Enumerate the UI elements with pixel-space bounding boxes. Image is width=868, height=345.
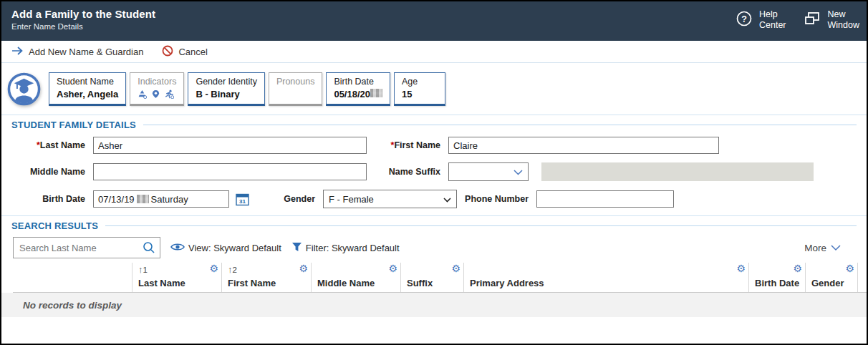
new-window-button[interactable]: New Window <box>804 9 859 31</box>
birth-date-input[interactable]: 07/13/19Saturday <box>93 190 229 208</box>
section-divider-line <box>105 225 857 226</box>
student-name-box[interactable]: Student Name Asher, Angela <box>49 72 126 106</box>
column-actions <box>13 263 132 292</box>
gender-value: F - Female <box>329 194 374 205</box>
chevron-down-icon <box>513 167 523 178</box>
section-divider-line <box>143 125 857 125</box>
new-window-label-line2: Window <box>828 20 859 31</box>
phone-number-input[interactable] <box>536 190 674 208</box>
no-records-message: No records to display <box>23 300 122 311</box>
gender-field-label: Gender <box>249 194 315 204</box>
cancel-button[interactable]: Cancel <box>162 45 207 59</box>
pronouns-label: Pronouns <box>276 77 315 87</box>
pronouns-box[interactable]: Pronouns <box>269 72 323 106</box>
new-window-label-line1: New <box>828 9 859 20</box>
column-primary-address[interactable]: ⚙ Primary Address <box>463 263 748 292</box>
help-label-line1: Help <box>759 9 786 20</box>
redacted-text <box>137 195 149 203</box>
more-button[interactable]: More <box>804 243 841 253</box>
cancel-icon <box>162 45 173 59</box>
phone-number-field-label: Phone Number <box>457 194 529 204</box>
name-suffix-dropdown[interactable] <box>448 162 529 181</box>
age-value: 15 <box>402 89 438 99</box>
filter-label: Filter: Skyward Default <box>306 243 400 253</box>
column-settings-gear-icon[interactable]: ⚙ <box>209 263 218 273</box>
search-icon[interactable] <box>143 241 155 257</box>
accommodations-indicator-icon <box>138 89 147 102</box>
column-first-name[interactable]: ↑2 ⚙ First Name <box>221 263 311 292</box>
column-suffix[interactable]: ⚙ Suffix <box>400 263 463 292</box>
student-birth-date-label: Birth Date <box>334 77 382 87</box>
location-indicator-icon <box>152 89 160 102</box>
search-results-section: SEARCH RESULTS <box>1 215 867 231</box>
eye-icon <box>170 242 185 254</box>
middle-name-field-label: Middle Name <box>11 167 85 177</box>
student-birth-date-box[interactable]: Birth Date 05/18/20 <box>326 72 390 106</box>
gender-select[interactable]: F - Female <box>323 190 457 208</box>
student-name-label: Student Name <box>57 77 118 87</box>
column-settings-gear-icon[interactable]: ⚙ <box>451 263 460 273</box>
chevron-down-icon <box>443 194 451 205</box>
middle-name-input[interactable] <box>93 163 367 180</box>
filter-selector[interactable]: Filter: Skyward Default <box>291 242 400 254</box>
section-title-search-results: SEARCH RESULTS <box>11 220 98 231</box>
sort-ascending-icon: ↑1 <box>138 264 148 275</box>
gender-identity-label: Gender Identity <box>196 77 256 87</box>
add-family-window: Add a Family to the Student Enter Name D… <box>0 0 868 345</box>
column-settings-gear-icon[interactable]: ⚙ <box>388 263 397 273</box>
empty-results-row: No records to display <box>1 293 867 317</box>
age-box[interactable]: Age 15 <box>394 72 445 106</box>
more-label: More <box>804 243 826 253</box>
column-settings-gear-icon[interactable]: ⚙ <box>845 263 854 273</box>
help-label-line2: Center <box>759 20 786 31</box>
add-new-name-guardian-label: Add New Name & Guardian <box>29 47 143 57</box>
help-center-button[interactable]: ? Help Center <box>736 9 786 31</box>
results-table-header: ↑1 ⚙ Last Name ↑2 ⚙ First Name ⚙ Middle … <box>13 263 867 293</box>
redacted-text <box>370 89 382 97</box>
birth-date-field-label: Birth Date <box>11 194 85 204</box>
column-gender[interactable]: ⚙ Gender <box>805 263 858 292</box>
page-title: Add a Family to the Student <box>11 8 155 20</box>
name-suffix-field-label: Name Suffix <box>367 167 440 177</box>
first-name-field-label: *First Name <box>367 140 440 150</box>
gender-identity-value: B - Binary <box>196 89 256 99</box>
activity-indicator-icon <box>165 89 174 102</box>
new-window-icon <box>804 11 821 29</box>
arrow-right-icon <box>11 46 24 58</box>
window-header: Add a Family to the Student Enter Name D… <box>1 1 867 41</box>
last-name-field-label: *Last Name <box>11 140 85 150</box>
page-subtitle: Enter Name Details <box>11 22 155 31</box>
section-title-family-details: STUDENT FAMILY DETAILS <box>11 120 136 130</box>
filter-funnel-icon <box>291 242 302 254</box>
column-settings-gear-icon[interactable]: ⚙ <box>299 263 308 273</box>
action-toolbar: Add New Name & Guardian Cancel <box>1 41 867 63</box>
help-icon: ? <box>736 10 753 30</box>
indicators-label: Indicators <box>138 77 176 87</box>
svg-text:31: 31 <box>239 198 246 204</box>
column-birth-date[interactable]: ⚙ Birth Date <box>748 263 805 292</box>
add-new-name-guardian-button[interactable]: Add New Name & Guardian <box>11 46 143 58</box>
view-selector[interactable]: View: Skyward Default <box>170 242 281 254</box>
calendar-icon[interactable]: 31 <box>236 193 249 206</box>
column-settings-gear-icon[interactable]: ⚙ <box>793 263 802 273</box>
indicators-box[interactable]: Indicators <box>130 72 184 106</box>
cancel-label: Cancel <box>178 47 207 57</box>
student-summary-band: Student Name Asher, Angela Indicators Ge… <box>1 63 867 115</box>
view-label: View: Skyward Default <box>188 243 281 253</box>
student-birth-date-value: 05/18/20 <box>334 89 382 99</box>
disabled-field-bar <box>541 162 814 181</box>
column-last-name[interactable]: ↑1 ⚙ Last Name <box>132 263 221 292</box>
column-settings-gear-icon[interactable]: ⚙ <box>736 263 746 273</box>
first-name-input[interactable] <box>448 137 719 154</box>
search-last-name-input[interactable] <box>13 237 160 258</box>
search-controls-row: View: Skyward Default Filter: Skyward De… <box>13 237 855 258</box>
student-avatar-icon <box>7 72 41 106</box>
age-label: Age <box>402 77 438 87</box>
gender-identity-box[interactable]: Gender Identity B - Binary <box>188 72 264 106</box>
last-name-input[interactable] <box>93 137 367 154</box>
svg-text:?: ? <box>741 14 747 24</box>
column-middle-name[interactable]: ⚙ Middle Name <box>311 263 400 292</box>
student-name-value: Asher, Angela <box>57 89 118 99</box>
chevron-down-icon <box>831 243 841 253</box>
sort-ascending-icon: ↑2 <box>228 264 237 275</box>
